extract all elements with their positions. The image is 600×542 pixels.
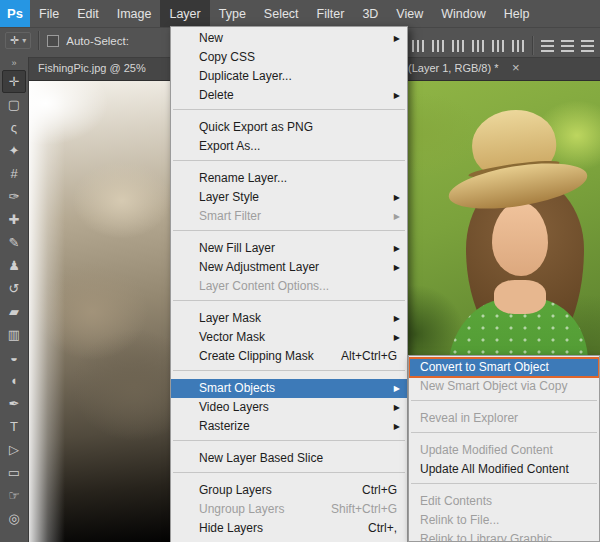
layer-menu-item-delete[interactable]: Delete▶ — [171, 86, 407, 105]
eraser-tool[interactable]: ▰ — [2, 300, 26, 323]
align-top-icon[interactable] — [472, 40, 485, 52]
type-tool[interactable]: T — [2, 415, 26, 438]
lasso-tool[interactable]: ς — [2, 116, 26, 139]
move-tool[interactable]: ✛ — [2, 70, 26, 93]
submenu-arrow-icon: ▶ — [394, 309, 400, 328]
menu-separator — [409, 483, 599, 492]
align-bottom-icon[interactable] — [512, 40, 525, 52]
brush-tool[interactable]: ✎ — [2, 231, 26, 254]
menu-separator — [409, 400, 599, 409]
align-vertical-center-icon[interactable] — [492, 40, 505, 52]
menu-item-label: Create Clipping Mask — [199, 349, 314, 363]
submenu-item-convert-to-smart-object[interactable]: Convert to Smart Object — [409, 358, 599, 377]
tab-close-icon[interactable]: × — [512, 61, 520, 75]
layer-menu-item-rename-layer[interactable]: Rename Layer... — [171, 169, 407, 188]
options-bar-right — [412, 36, 594, 55]
layer-menu-item-hide-layers[interactable]: Hide LayersCtrl+, — [171, 519, 407, 538]
options-menu-icon[interactable] — [581, 40, 594, 52]
menubar-item-window[interactable]: Window — [432, 0, 494, 27]
submenu-arrow-icon: ▶ — [394, 398, 400, 417]
menubar-item-file[interactable]: File — [30, 0, 68, 27]
menubar-item-view[interactable]: View — [387, 0, 432, 27]
collapse-toolbar-button[interactable]: » — [11, 57, 16, 70]
submenu-item-update-all-modified-content[interactable]: Update All Modified Content — [409, 460, 599, 479]
menu-separator — [171, 440, 407, 449]
layer-menu-item-new[interactable]: New▶ — [171, 29, 407, 48]
menu-item-label: Delete — [199, 88, 234, 102]
tools-panel: » ✛ ▢ ς ✦ # ✑ ✚ ✎ ♟ ↺ ▰ ▥ ◒ ◖ ✒ T ▷ ▭ ☞ … — [0, 57, 29, 542]
clone-stamp-tool[interactable]: ♟ — [2, 254, 26, 277]
menubar-item-edit[interactable]: Edit — [68, 0, 108, 27]
hand-tool[interactable]: ☞ — [2, 484, 26, 507]
menu-separator — [171, 300, 407, 309]
path-selection-tool[interactable]: ▷ — [2, 438, 26, 461]
tool-preset-picker[interactable]: ✛ ▾ — [5, 32, 31, 49]
menubar-item-layer[interactable]: Layer — [160, 0, 209, 27]
layer-menu-item-create-clipping-mask[interactable]: Create Clipping MaskAlt+Ctrl+G — [171, 347, 407, 366]
menubar-item-select[interactable]: Select — [255, 0, 308, 27]
spot-healing-brush-tool[interactable]: ✚ — [2, 208, 26, 231]
layer-menu-item-smart-filter: Smart Filter▶ — [171, 207, 407, 226]
path-selection-tool-icon: ▷ — [9, 442, 19, 457]
layer-menu-item-ungroup-layers: Ungroup LayersShift+Ctrl+G — [171, 500, 407, 519]
layer-menu-item-smart-objects[interactable]: Smart Objects▶ — [171, 379, 407, 398]
submenu-arrow-icon: ▶ — [394, 328, 400, 347]
auto-select-checkbox[interactable] — [47, 35, 59, 47]
layer-menu-item-export-as[interactable]: Export As... — [171, 137, 407, 156]
menu-item-label: New Layer Based Slice — [199, 451, 323, 465]
options-separator — [38, 31, 40, 50]
crop-tool-icon: # — [10, 166, 17, 181]
blur-tool[interactable]: ◒ — [2, 346, 26, 369]
submenu-item-edit-contents: Edit Contents — [409, 492, 599, 511]
auto-align-icon[interactable] — [561, 40, 574, 52]
menu-item-label: Layer Style — [199, 190, 259, 204]
distribute-icon[interactable] — [541, 40, 554, 52]
menu-item-label: Group Layers — [199, 483, 272, 497]
layer-menu-item-quick-export-png[interactable]: Quick Export as PNG — [171, 118, 407, 137]
move-tool-icon: ✛ — [9, 74, 20, 89]
layer-menu-item-vector-mask[interactable]: Vector Mask▶ — [171, 328, 407, 347]
quick-selection-tool[interactable]: ✦ — [2, 139, 26, 162]
crop-tool[interactable]: # — [2, 162, 26, 185]
layer-menu-item-group-layers[interactable]: Group LayersCtrl+G — [171, 481, 407, 500]
submenu-item-relink-to-library-graphic: Relink to Library Graphic... — [409, 530, 599, 542]
layer-menu-item-layer-style[interactable]: Layer Style▶ — [171, 188, 407, 207]
menu-item-label: Smart Objects — [199, 381, 275, 395]
clone-stamp-tool-icon: ♟ — [8, 258, 20, 273]
layer-menu-item-new-fill-layer[interactable]: New Fill Layer▶ — [171, 239, 407, 258]
submenu-arrow-icon: ▶ — [394, 258, 400, 277]
dodge-tool-icon: ◖ — [10, 373, 18, 388]
layer-menu-item-new-adjustment-layer[interactable]: New Adjustment Layer▶ — [171, 258, 407, 277]
layer-menu-item-duplicate-layer[interactable]: Duplicate Layer... — [171, 67, 407, 86]
layer-menu-item-new-layer-based-slice[interactable]: New Layer Based Slice — [171, 449, 407, 468]
photoshop-window: Ps File Edit Image Layer Type Select Fil… — [0, 0, 600, 542]
menu-item-label: New Adjustment Layer — [199, 260, 319, 274]
menubar-item-image[interactable]: Image — [108, 0, 161, 27]
type-tool-icon: T — [10, 419, 18, 434]
layer-menu-item-layer-mask[interactable]: Layer Mask▶ — [171, 309, 407, 328]
zoom-tool[interactable]: ◎ — [2, 507, 26, 530]
gradient-tool[interactable]: ▥ — [2, 323, 26, 346]
menubar-item-type[interactable]: Type — [210, 0, 255, 27]
rectangular-marquee-tool[interactable]: ▢ — [2, 93, 26, 116]
dodge-tool[interactable]: ◖ — [2, 369, 26, 392]
align-right-icon[interactable] — [452, 40, 465, 52]
menubar-item-3d[interactable]: 3D — [353, 0, 387, 27]
pen-tool[interactable]: ✒ — [2, 392, 26, 415]
align-left-icon[interactable] — [412, 40, 425, 52]
menubar-item-filter[interactable]: Filter — [308, 0, 354, 27]
menu-item-label: Copy CSS — [199, 50, 255, 64]
menu-item-label: Update Modified Content — [420, 443, 553, 457]
layer-menu-item-copy-css[interactable]: Copy CSS — [171, 48, 407, 67]
submenu-arrow-icon: ▶ — [394, 239, 400, 258]
brush-tool-icon: ✎ — [9, 235, 20, 250]
rectangle-tool[interactable]: ▭ — [2, 461, 26, 484]
align-horizontal-center-icon[interactable] — [432, 40, 445, 52]
document-tab-title-right: (Layer 1, RGB/8) * — [408, 62, 498, 74]
photo-left-rocks — [28, 80, 170, 542]
eyedropper-tool[interactable]: ✑ — [2, 185, 26, 208]
menubar-item-help[interactable]: Help — [495, 0, 539, 27]
history-brush-tool[interactable]: ↺ — [2, 277, 26, 300]
layer-menu-item-rasterize[interactable]: Rasterize▶ — [171, 417, 407, 436]
layer-menu-item-video-layers[interactable]: Video Layers▶ — [171, 398, 407, 417]
